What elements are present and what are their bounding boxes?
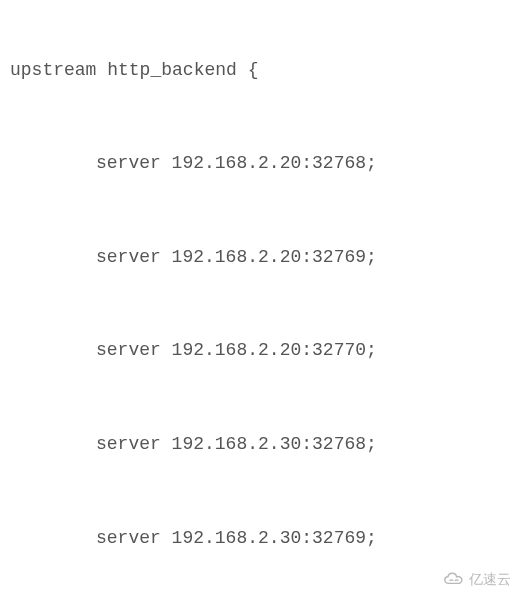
- server-entry: server 192.168.2.30:32768;: [10, 433, 515, 456]
- watermark: 亿速云: [443, 570, 511, 588]
- upstream-declaration: upstream http_backend {: [10, 59, 515, 82]
- nginx-config-block: upstream http_backend { server 192.168.2…: [10, 12, 515, 600]
- cloud-icon: [443, 572, 465, 586]
- server-entry: server 192.168.2.30:32769;: [10, 527, 515, 550]
- watermark-text: 亿速云: [469, 570, 511, 588]
- server-entry: server 192.168.2.20:32768;: [10, 152, 515, 175]
- server-entry: server 192.168.2.20:32770;: [10, 339, 515, 362]
- server-entry: server 192.168.2.20:32769;: [10, 246, 515, 269]
